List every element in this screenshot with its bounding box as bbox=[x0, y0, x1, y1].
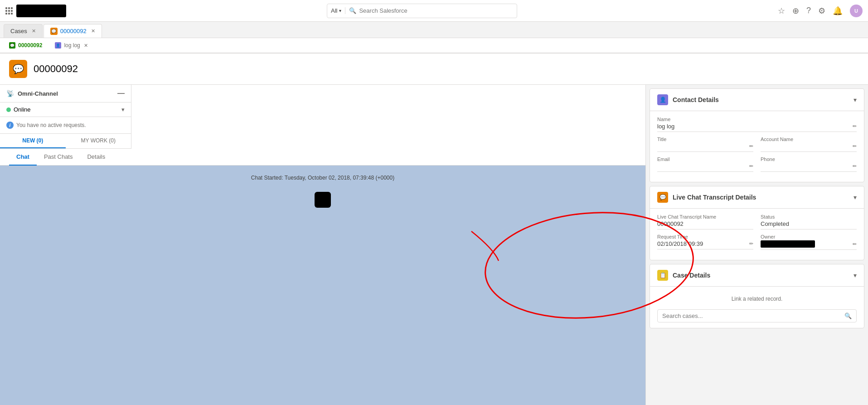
right-panel: 👤 Contact Details ▾ Name log log ✏ bbox=[646, 85, 868, 405]
live-chat-name-status-row: Live Chat Transcript Name 00000092 Statu… bbox=[657, 214, 857, 229]
live-chat-status-label: Status bbox=[761, 214, 857, 220]
live-chat-owner-edit-icon[interactable]: ✏ bbox=[853, 241, 857, 247]
contact-account-group: Account Name ✏ bbox=[761, 137, 857, 152]
contact-account-label: Account Name bbox=[761, 137, 857, 142]
live-chat-name-label: Live Chat Transcript Name bbox=[657, 214, 753, 220]
sub-tab-loglog-label: log log bbox=[64, 42, 80, 49]
help-icon[interactable]: ? bbox=[806, 6, 811, 15]
contact-email-value: ✏ bbox=[657, 163, 753, 172]
chevron-down-icon: ▾ bbox=[339, 8, 341, 13]
omni-channel-icon: 📡 bbox=[6, 90, 14, 97]
contact-card-title-group: 👤 Contact Details bbox=[657, 94, 719, 105]
contact-account-edit-icon[interactable]: ✏ bbox=[853, 143, 857, 149]
case-card-icon: 📋 bbox=[657, 270, 668, 281]
search-icon: 🔍 bbox=[349, 7, 356, 14]
contact-card-chevron[interactable]: ▾ bbox=[853, 96, 857, 103]
live-chat-card-body: Live Chat Transcript Name 00000092 Statu… bbox=[650, 209, 864, 260]
sub-tab-bar: 💬 00000092 👤 log log ✕ bbox=[0, 38, 868, 54]
omni-no-requests: i You have no active requests. bbox=[0, 117, 131, 134]
omni-status-chevron[interactable]: ▾ bbox=[121, 106, 125, 113]
search-scope-dropdown[interactable]: All ▾ bbox=[331, 7, 345, 14]
case-card-title: Case Details bbox=[673, 272, 710, 279]
record-type-icon: 💬 bbox=[9, 60, 27, 78]
search-input[interactable] bbox=[359, 7, 513, 14]
top-navigation: All ▾ 🔍 ☆ ⊕ ? ⚙ 🔔 U bbox=[0, 0, 868, 22]
omni-minimize-button[interactable]: — bbox=[117, 89, 125, 98]
contact-title-edit-icon[interactable]: ✏ bbox=[749, 143, 753, 149]
tab-chat-close[interactable]: ✕ bbox=[91, 28, 95, 34]
case-card-chevron[interactable]: ▾ bbox=[853, 272, 857, 279]
omni-channel-sidebar: 📡 Omni-Channel — Online ▾ i You have no … bbox=[0, 85, 131, 149]
contact-email-label: Email bbox=[657, 156, 753, 162]
contact-phone-edit-icon[interactable]: ✏ bbox=[853, 163, 857, 169]
chat-tab-bar: Chat Past Chats Details bbox=[0, 149, 645, 166]
chat-tab-chat[interactable]: Chat bbox=[9, 149, 37, 166]
sub-tab-chat-icon: 💬 bbox=[9, 42, 15, 49]
setup-icon[interactable]: ⚙ bbox=[818, 6, 825, 16]
contact-card-title: Contact Details bbox=[673, 96, 719, 103]
live-chat-time-group: Request Time 02/10/2018 09:39 ✏ bbox=[657, 234, 753, 250]
live-chat-owner-label: Owner bbox=[761, 234, 857, 239]
contact-email-phone-row: Email ✏ Phone ✏ bbox=[657, 156, 857, 172]
search-container: All ▾ 🔍 bbox=[327, 4, 517, 18]
tab-cases[interactable]: Cases ✕ bbox=[4, 24, 43, 38]
record-header: 💬 00000092 bbox=[0, 54, 868, 85]
main-content: 💬 00000092 📡 Omni-Channel — Online bbox=[0, 54, 868, 405]
omni-tabs: NEW (0) MY WORK (0) bbox=[0, 134, 131, 149]
search-cases-input-wrapper[interactable]: 🔍 bbox=[657, 309, 857, 322]
content-split: 📡 Omni-Channel — Online ▾ i You have no … bbox=[0, 85, 868, 405]
chat-bubble-agent bbox=[315, 192, 331, 208]
live-chat-name-group: Live Chat Transcript Name 00000092 bbox=[657, 214, 753, 229]
live-chat-owner-value: ✏ bbox=[761, 240, 857, 250]
link-related-text: Link a related record. bbox=[657, 292, 857, 306]
live-chat-time-label: Request Time bbox=[657, 234, 753, 239]
omni-tab-new[interactable]: NEW (0) bbox=[0, 134, 66, 148]
live-chat-name-value: 00000092 bbox=[657, 220, 753, 229]
live-chat-card-icon: 💬 bbox=[657, 192, 668, 203]
sub-tab-contact-icon: 👤 bbox=[55, 42, 61, 49]
contact-card-icon: 👤 bbox=[657, 94, 668, 105]
top-nav-icons: ☆ ⊕ ? ⚙ 🔔 U bbox=[778, 5, 863, 17]
user-avatar[interactable]: U bbox=[850, 5, 863, 17]
chat-bubble-container bbox=[0, 190, 645, 210]
contact-title-group: Title ✏ bbox=[657, 137, 753, 152]
add-icon[interactable]: ⊕ bbox=[792, 6, 799, 16]
omni-status-row: Online ▾ bbox=[0, 102, 131, 117]
contact-email-edit-icon[interactable]: ✏ bbox=[749, 163, 753, 169]
chat-tab-details[interactable]: Details bbox=[80, 149, 112, 166]
tab-chat-record[interactable]: 💬 00000092 ✕ bbox=[44, 24, 102, 38]
notifications-icon[interactable]: 🔔 bbox=[833, 6, 843, 16]
omni-header: 📡 Omni-Channel — bbox=[0, 85, 131, 102]
tab-chat-label: 00000092 bbox=[60, 28, 87, 34]
left-panel: 📡 Omni-Channel — Online ▾ i You have no … bbox=[0, 85, 646, 405]
chat-timestamp: Chat Started: Tuesday, October 02, 2018,… bbox=[0, 166, 645, 190]
chat-tab-icon: 💬 bbox=[50, 28, 58, 35]
chat-tab-past-chats[interactable]: Past Chats bbox=[37, 149, 80, 166]
live-chat-card-chevron[interactable]: ▾ bbox=[853, 194, 857, 201]
live-chat-time-edit-icon[interactable]: ✏ bbox=[749, 241, 753, 247]
contact-name-label: Name bbox=[657, 117, 857, 122]
contact-phone-label: Phone bbox=[761, 156, 857, 162]
live-chat-time-value: 02/10/2018 09:39 ✏ bbox=[657, 240, 753, 249]
sub-tab-loglog[interactable]: 👤 log log ✕ bbox=[49, 39, 93, 53]
live-chat-details-card: 💬 Live Chat Transcript Details ▾ Live Ch… bbox=[650, 186, 864, 260]
sub-tab-record[interactable]: 💬 00000092 bbox=[4, 39, 48, 53]
status-dot-online bbox=[6, 107, 11, 112]
sub-tab-loglog-close[interactable]: ✕ bbox=[84, 43, 88, 49]
contact-card-header: 👤 Contact Details ▾ bbox=[650, 89, 864, 111]
tab-cases-close[interactable]: ✕ bbox=[32, 28, 36, 34]
search-bar: All ▾ 🔍 bbox=[72, 4, 772, 18]
live-chat-card-header: 💬 Live Chat Transcript Details ▾ bbox=[650, 186, 864, 209]
contact-name-edit-icon[interactable]: ✏ bbox=[853, 123, 857, 129]
omni-tab-mywork[interactable]: MY WORK (0) bbox=[66, 134, 131, 148]
contact-phone-value: ✏ bbox=[761, 163, 857, 172]
case-search-container: Link a related record. 🔍 bbox=[650, 287, 864, 328]
case-details-card: 📋 Case Details ▾ Link a related record. … bbox=[650, 264, 864, 328]
favorites-icon[interactable]: ☆ bbox=[778, 6, 785, 16]
omni-status-label: Online bbox=[14, 106, 31, 113]
owner-redacted bbox=[761, 240, 815, 248]
search-cases-input[interactable] bbox=[662, 312, 844, 319]
contact-details-card: 👤 Contact Details ▾ Name log log ✏ bbox=[650, 88, 864, 182]
search-cases-icon: 🔍 bbox=[844, 312, 852, 319]
apps-grid-icon[interactable] bbox=[5, 7, 13, 15]
